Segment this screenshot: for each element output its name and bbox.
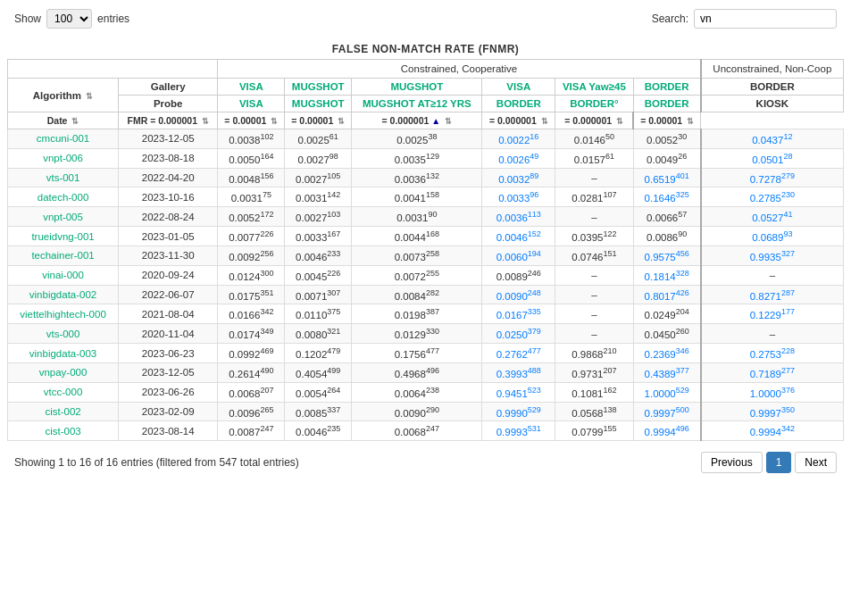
entries-label: entries [97, 12, 129, 25]
table-body: cmcuni-0012023-12-050.00381020.0025610.0… [8, 129, 844, 441]
unconstrained-header: Unconstrained, Non-Coop [701, 60, 844, 79]
probe-border1[interactable]: BORDER [482, 96, 555, 112]
probe-mugshot2[interactable]: MUGSHOT AT≥12 YRS [352, 96, 482, 112]
algo-cell[interactable]: cist-003 [8, 421, 119, 441]
date-cell: 2023-12-05 [119, 129, 218, 149]
table-row: datech-0002023-10-160.0031750.00311420.0… [8, 187, 844, 207]
bottom-bar: Showing 1 to 16 of 16 entries (filtered … [0, 445, 851, 480]
gallery-mugshot1[interactable]: MUGSHOT [285, 79, 352, 96]
algo-cell[interactable]: trueidvng-001 [8, 227, 119, 246]
search-input[interactable] [694, 9, 837, 29]
algo-link[interactable]: vnpt-005 [43, 212, 83, 222]
gallery-visa2[interactable]: VISA [482, 79, 555, 96]
date-cell: 2022-04-20 [119, 168, 218, 187]
probe-row: Probe VISA MUGSHOT MUGSHOT AT≥12 YRS BOR… [8, 96, 844, 112]
algo-link[interactable]: vtcc-000 [44, 387, 82, 397]
fmr6-sort: ⇅ [616, 117, 623, 126]
date-cell: 2023-08-14 [119, 421, 218, 441]
date-cell: 2020-11-04 [119, 324, 218, 344]
probe-visa1[interactable]: VISA [218, 96, 285, 112]
algo-link[interactable]: vinbigdata-002 [29, 289, 96, 300]
fmr3-sort: ⇅ [338, 117, 345, 126]
table-row: cist-0032023-08-140.00872470.00462350.00… [8, 421, 844, 441]
algo-link[interactable]: cist-002 [45, 406, 80, 417]
algo-cell[interactable]: cmcuni-001 [8, 129, 119, 149]
algo-link[interactable]: cmcuni-001 [37, 133, 89, 144]
algo-link[interactable]: vts-001 [46, 172, 80, 183]
date-cell: 2023-11-30 [119, 246, 218, 265]
gallery-header: Gallery [119, 79, 218, 96]
algo-cell[interactable]: viettelhightech-000 [8, 304, 119, 324]
table-row: vts-0012022-04-200.00481560.00271050.003… [8, 168, 844, 187]
date-cell: 2023-06-23 [119, 344, 218, 363]
table-row: vnpt-0052022-08-240.00521720.00271030.00… [8, 207, 844, 227]
algo-link[interactable]: vnpt-006 [43, 153, 83, 163]
algo-link[interactable]: vinai-000 [42, 270, 84, 280]
date-sort-icon: ⇅ [71, 117, 79, 126]
fmr4-up: ▲ [431, 116, 440, 126]
table-row: cist-0022023-02-090.00962650.00853370.00… [8, 402, 844, 421]
date-cell: 2023-06-26 [119, 382, 218, 402]
algo-cell[interactable]: vinai-000 [8, 265, 119, 285]
table-row: vinbigdata-0022022-06-070.01753510.00713… [8, 285, 844, 304]
algo-cell[interactable]: vnpt-005 [8, 207, 119, 227]
algorithm-header: Algorithm ⇅ [8, 79, 119, 112]
fmr4-sort: ⇅ [445, 117, 452, 126]
date-cell: 2023-08-18 [119, 148, 218, 168]
table-row: vtcc-0002023-06-260.00682070.00542640.00… [8, 382, 844, 402]
entries-select[interactable]: 10 25 50 100 [46, 9, 92, 29]
border1-link: BORDER [645, 81, 689, 92]
algo-cell[interactable]: vts-001 [8, 168, 119, 187]
table-title: FALSE NON-MATCH RATE (FNMR) [7, 37, 844, 59]
algo-link[interactable]: techainer-001 [31, 250, 94, 261]
date-fmr-header: Date ⇅ [8, 112, 119, 129]
probe-mugshot1[interactable]: MUGSHOT [285, 96, 352, 112]
date-cell: 2023-01-05 [119, 227, 218, 246]
page-1-button[interactable]: 1 [766, 452, 792, 473]
results-table: Constrained, Cooperative Unconstrained, … [7, 59, 844, 441]
pagination: Previous 1 Next [701, 452, 837, 473]
group-header-row: Constrained, Cooperative Unconstrained, … [8, 60, 844, 79]
visa2-link: VISA [506, 81, 530, 92]
probe-border3[interactable]: BORDER [633, 96, 700, 112]
table-row: vts-0002020-11-040.01743490.00803210.012… [8, 324, 844, 344]
table-row: trueidvng-0012023-01-050.00772260.003316… [8, 227, 844, 246]
fmr1-sort: ⇅ [202, 117, 209, 126]
date-cell: 2020-09-24 [119, 265, 218, 285]
algo-cell[interactable]: vts-000 [8, 324, 119, 344]
algo-cell[interactable]: techainer-001 [8, 246, 119, 265]
algo-link[interactable]: cist-003 [45, 426, 80, 437]
fmr-row: Date ⇅ FMR = 0.000001 ⇅ = 0.00001 ⇅ = 0.… [8, 112, 844, 129]
table-row: vnpay-0002023-12-050.26144900.40544990.4… [8, 362, 844, 382]
next-button[interactable]: Next [795, 452, 837, 473]
algo-link[interactable]: trueidvng-001 [31, 231, 94, 242]
footer-info: Showing 1 to 16 of 16 entries (filtered … [14, 456, 299, 469]
algo-cell[interactable]: cist-002 [8, 402, 119, 421]
algo-cell[interactable]: vnpt-006 [8, 148, 119, 168]
algo-cell[interactable]: vinbigdata-003 [8, 344, 119, 363]
fmr5-sort: ⇅ [541, 117, 548, 126]
probe-border2[interactable]: BORDER° [555, 96, 634, 112]
algo-link[interactable]: vinbigdata-003 [29, 348, 96, 359]
algo-link[interactable]: vts-000 [46, 329, 80, 339]
algo-cell[interactable]: vtcc-000 [8, 382, 119, 402]
algo-link[interactable]: vnpay-000 [39, 367, 88, 378]
algo-sort-icon: ⇅ [86, 92, 93, 101]
gallery-mugshot2[interactable]: MUGSHOT [352, 79, 482, 96]
probe-mugshot2-link: MUGSHOT AT≥12 YRS [363, 98, 471, 109]
algo-cell[interactable]: vinbigdata-002 [8, 285, 119, 304]
algo-link[interactable]: datech-000 [38, 192, 89, 203]
gallery-visa1[interactable]: VISA [218, 79, 285, 96]
fmr4: = 0.000001 ▲ ⇅ [352, 112, 482, 129]
gallery-border1[interactable]: BORDER [633, 79, 700, 96]
fmr2: = 0.00001 ⇅ [218, 112, 285, 129]
table-row: techainer-0012023-11-300.00922560.004623… [8, 246, 844, 265]
algo-cell[interactable]: datech-000 [8, 187, 119, 207]
search-label: Search: [652, 12, 688, 25]
algo-link[interactable]: viettelhightech-000 [20, 309, 106, 320]
previous-button[interactable]: Previous [701, 452, 763, 473]
fmr3: = 0.00001 ⇅ [285, 112, 352, 129]
mugshot2-link: MUGSHOT [390, 81, 443, 92]
gallery-visayaw[interactable]: VISA Yaw≥45 [555, 79, 634, 96]
algo-cell[interactable]: vnpay-000 [8, 362, 119, 382]
